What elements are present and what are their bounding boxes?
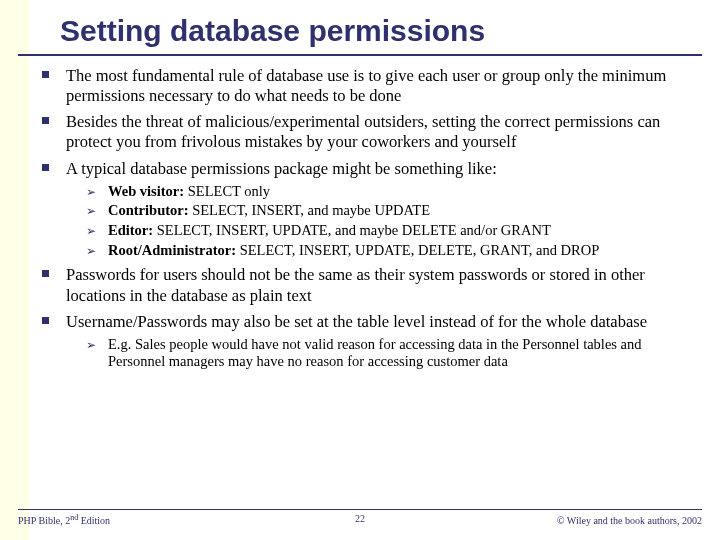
- role-label: Root/Administrator:: [108, 242, 236, 258]
- sub-bullet-item: Root/Administrator: SELECT, INSERT, UPDA…: [108, 242, 688, 260]
- role-label: Editor:: [108, 222, 153, 238]
- role-perms: SELECT, INSERT, and maybe UPDATE: [189, 202, 430, 218]
- sub-bullet-item: Editor: SELECT, INSERT, UPDATE, and mayb…: [108, 222, 688, 240]
- sub-bullet-list: E.g. Sales people would have not valid r…: [66, 336, 688, 371]
- sub-bullet-item: E.g. Sales people would have not valid r…: [108, 336, 688, 371]
- sub-bullet-list: Web visitor: SELECT only Contributor: SE…: [66, 183, 688, 260]
- role-label: Contributor:: [108, 202, 189, 218]
- sub-bullet-item: Contributor: SELECT, INSERT, and maybe U…: [108, 202, 688, 220]
- slide-content: The most fundamental rule of database us…: [0, 66, 720, 371]
- bullet-item: Passwords for users should not be the sa…: [66, 265, 688, 305]
- role-perms: SELECT, INSERT, UPDATE, and maybe DELETE…: [153, 222, 551, 238]
- bullet-text: A typical database permissions package m…: [66, 159, 497, 178]
- bullet-item: The most fundamental rule of database us…: [66, 66, 688, 106]
- footer-page-number: 22: [18, 513, 702, 524]
- bullet-item: Username/Passwords may also be set at th…: [66, 312, 688, 372]
- title-rule: [18, 54, 702, 56]
- sub-bullet-item: Web visitor: SELECT only: [108, 183, 688, 201]
- bullet-item: A typical database permissions package m…: [66, 159, 688, 260]
- role-perms: SELECT, INSERT, UPDATE, DELETE, GRANT, a…: [236, 242, 599, 258]
- slide-title: Setting database permissions: [0, 0, 720, 54]
- role-perms: SELECT only: [184, 183, 270, 199]
- bullet-text: Username/Passwords may also be set at th…: [66, 312, 647, 331]
- bullet-item: Besides the threat of malicious/experime…: [66, 112, 688, 152]
- role-label: Web visitor:: [108, 183, 184, 199]
- bullet-list: The most fundamental rule of database us…: [30, 66, 688, 371]
- slide-footer: PHP Bible, 2nd Edition 22 © Wiley and th…: [18, 509, 702, 526]
